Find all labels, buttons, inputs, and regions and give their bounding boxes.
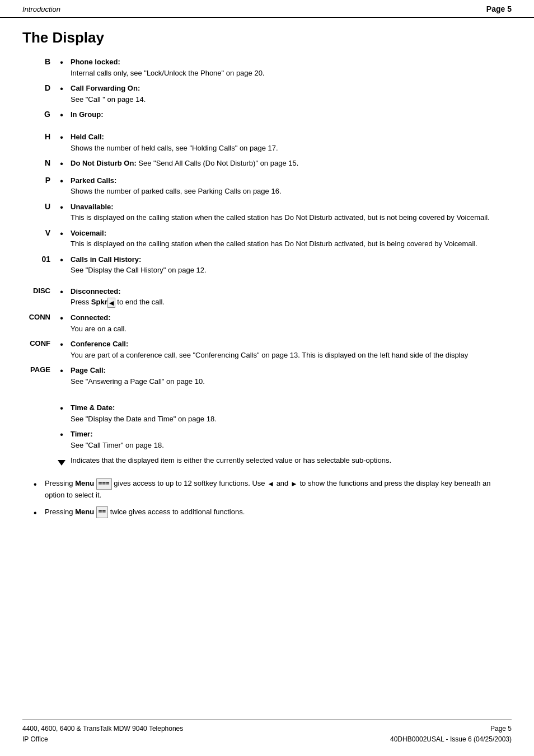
- entry-title-PAGE: Page Call:: [71, 366, 106, 374]
- bullet-triangle: [56, 455, 67, 469]
- bullet-time-date: •: [56, 402, 67, 415]
- entry-title-G: In Group:: [71, 110, 104, 119]
- page-footer: 4400, 4600, 6400 & TransTalk MDW 9040 Te…: [22, 720, 512, 745]
- spkr-icon: ◀: [107, 298, 115, 308]
- entry-key-B: B: [22, 57, 56, 66]
- entry-title-N: Do Not Disturb On:: [71, 159, 137, 167]
- entry-01: 01 • Calls in Call History: See "Display…: [22, 254, 512, 276]
- footer-left: 4400, 4600, 6400 & TransTalk MDW 9040 Te…: [22, 724, 183, 745]
- entry-V: V • Voicemail: This is displayed on the …: [22, 228, 512, 250]
- bullet-B: •: [56, 57, 67, 69]
- entry-D: D • Call Forwarding On: See "Call " on p…: [22, 83, 512, 105]
- footer-right: Page 5 40DHB0002USAL - Issue 6 (04/25/20…: [390, 724, 512, 745]
- arrow-left-icon: ◄: [267, 478, 274, 490]
- entry-B: B • Phone locked: Internal calls only, s…: [22, 57, 512, 78]
- entry-key-01: 01: [22, 254, 56, 264]
- bullet-V: •: [56, 228, 67, 240]
- entry-title-DISC: Disconnected:: [71, 287, 121, 295]
- footer-product-line: 4400, 4600, 6400 & TransTalk MDW 9040 Te…: [22, 724, 183, 734]
- menu-bold-1: Menu: [75, 479, 94, 487]
- bullet-P: •: [56, 175, 67, 187]
- menu-icon-1: ≡≡≡: [96, 478, 112, 490]
- entry-key-CONF: CONF: [22, 339, 56, 348]
- entry-DISC: DISC • Disconnected: Press Spkr◀ to end …: [22, 286, 512, 308]
- entry-CONF: CONF • Conference Call: You are part of …: [22, 339, 512, 360]
- entry-key-H: H: [22, 132, 56, 141]
- entry-text-CONN: Connected: You are on a call.: [67, 312, 512, 334]
- entry-U: U • Unavailable: This is displayed on th…: [22, 201, 512, 223]
- entry-text-01: Calls in Call History: See "Display the …: [67, 254, 512, 276]
- arrow-right-icon: ►: [291, 478, 298, 490]
- entry-PAGE: PAGE • Page Call: See "Answering a Page …: [22, 365, 512, 387]
- entries-list: B • Phone locked: Internal calls only, s…: [22, 57, 512, 469]
- entry-N: N • Do Not Disturb On: See "Send All Cal…: [22, 158, 512, 170]
- footer-page-number: Page 5: [390, 724, 512, 734]
- bottom-bullet-dot-2: •: [34, 506, 45, 520]
- bullet-G: •: [56, 109, 67, 121]
- footer-product-name: IP Office: [22, 734, 183, 745]
- entry-text-V: Voicemail: This is displayed on the call…: [67, 228, 512, 250]
- entry-title-U: Unavailable:: [71, 203, 114, 211]
- entry-title-B: Phone locked:: [71, 58, 120, 66]
- entry-time-date: • Time & Date: See "Display the Date and…: [22, 402, 512, 424]
- bottom-bullet-text-1: Pressing Menu ≡≡≡ gives access to up to …: [45, 478, 512, 500]
- bullet-D: •: [56, 83, 67, 95]
- bullet-U: •: [56, 201, 67, 214]
- triangle-down-icon: [58, 460, 65, 466]
- bottom-bullet-2: • Pressing Menu ≡≡ twice gives access to…: [34, 506, 512, 520]
- bottom-bullet-dot-1: •: [34, 478, 45, 491]
- entry-key-V: V: [22, 228, 56, 237]
- entry-title-timer: Timer:: [71, 430, 93, 438]
- entry-key-D: D: [22, 83, 56, 92]
- entry-text-PAGE: Page Call: See "Answering a Page Call" o…: [67, 365, 512, 387]
- footer-issue: 40DHB0002USAL - Issue 6 (04/25/2003): [390, 734, 512, 745]
- menu-bold-2: Menu: [75, 508, 94, 516]
- header-right: Page 5: [486, 4, 512, 13]
- entry-P: P • Parked Calls: Shows the number of pa…: [22, 175, 512, 197]
- entry-CONN: CONN • Connected: You are on a call.: [22, 312, 512, 334]
- entry-triangle: Indicates that the displayed item is eit…: [22, 455, 512, 469]
- entry-key-U: U: [22, 201, 56, 211]
- menu-icon-2: ≡≡: [96, 506, 108, 518]
- entry-title-D: Call Forwarding On:: [71, 84, 140, 92]
- bullet-01: •: [56, 254, 67, 266]
- bullet-DISC: •: [56, 286, 67, 298]
- entry-G: G • In Group:: [22, 109, 512, 121]
- bullet-CONN: •: [56, 312, 67, 325]
- bullet-H: •: [56, 132, 67, 144]
- entry-text-N: Do Not Disturb On: See "Send All Calls (…: [67, 158, 512, 169]
- entry-key-PAGE: PAGE: [22, 365, 56, 374]
- entry-text-D: Call Forwarding On: See "Call " on page …: [67, 83, 512, 105]
- bottom-bullet-text-2: Pressing Menu ≡≡ twice gives access to a…: [45, 506, 512, 518]
- bottom-bullet-1: • Pressing Menu ≡≡≡ gives access to up t…: [34, 478, 512, 500]
- entry-key-P: P: [22, 175, 56, 185]
- entry-text-H: Held Call: Shows the number of held call…: [67, 132, 512, 153]
- page-header: Introduction Page 5: [0, 0, 534, 18]
- entry-key-CONN: CONN: [22, 312, 56, 321]
- entry-text-time-date: Time & Date: See "Display the Date and T…: [67, 402, 512, 424]
- entry-key-N: N: [22, 158, 56, 167]
- bullet-PAGE: •: [56, 365, 67, 377]
- main-content: The Display B • Phone locked: Internal c…: [0, 18, 534, 570]
- entry-key-DISC: DISC: [22, 286, 56, 295]
- entry-text-CONF: Conference Call: You are part of a confe…: [67, 339, 512, 360]
- bullet-CONF: •: [56, 339, 67, 351]
- bullet-N: •: [56, 158, 67, 170]
- entry-title-CONN: Connected:: [71, 313, 111, 322]
- bottom-bullets: • Pressing Menu ≡≡≡ gives access to up t…: [22, 478, 512, 519]
- entry-title-CONF: Conference Call:: [71, 340, 128, 348]
- entry-title-H: Held Call:: [71, 133, 104, 141]
- entry-text-timer: Timer: See "Call Timer" on page 18.: [67, 429, 512, 450]
- entry-timer: • Timer: See "Call Timer" on page 18.: [22, 429, 512, 450]
- entry-text-B: Phone locked: Internal calls only, see "…: [67, 57, 512, 78]
- entry-H: H • Held Call: Shows the number of held …: [22, 132, 512, 153]
- entry-text-U: Unavailable: This is displayed on the ca…: [67, 201, 512, 223]
- entry-text-P: Parked Calls: Shows the number of parked…: [67, 175, 512, 197]
- page-title: The Display: [22, 29, 512, 46]
- entry-title-V: Voicemail:: [71, 229, 106, 237]
- entry-key-G: G: [22, 109, 56, 119]
- entry-text-triangle: Indicates that the displayed item is eit…: [67, 455, 512, 466]
- header-left: Introduction: [22, 5, 60, 13]
- entry-text-DISC: Disconnected: Press Spkr◀ to end the cal…: [67, 286, 512, 308]
- entry-title-time-date: Time & Date:: [71, 403, 115, 412]
